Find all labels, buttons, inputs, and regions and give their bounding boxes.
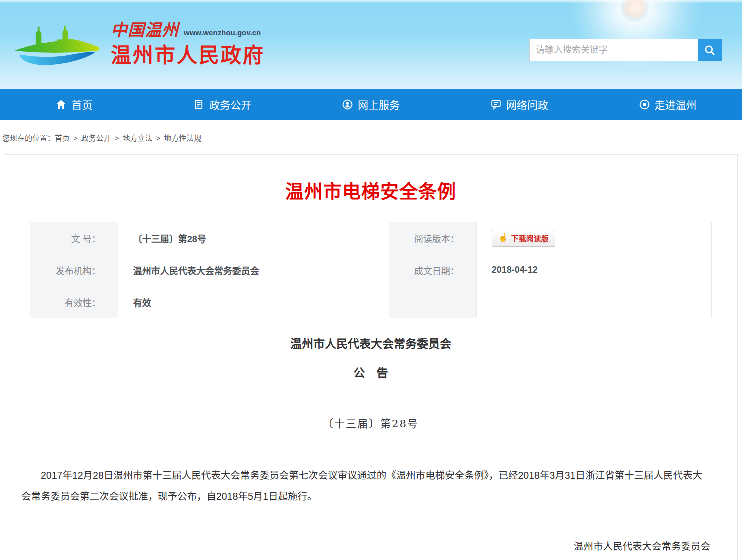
breadcrumb-item-local-legislation[interactable]: 地方立法 [123,134,153,142]
document-meta-table: 文 号： 〔十三届〕第28号 阅读版本： ☝ 下载阅读版 发布机构： 温州市人民… [30,222,712,318]
empty-value-cell [476,286,712,318]
validity-value: 有效 [118,286,389,318]
announcement-paragraph: 2017年12月28日温州市第十三届人民代表大会常务委员会第七次会议审议通过的《… [4,466,738,508]
breadcrumb-prefix: 您现在的位置： [2,134,55,142]
document-icon [194,99,205,110]
breadcrumb-item-gov-affairs[interactable]: 政务公开 [82,134,112,142]
read-version-label: 阅读版本： [390,222,476,254]
page-title: 温州市电梯安全条例 [4,177,738,204]
nav-item-home[interactable]: 首页 [0,89,148,120]
site-url-text: www.wenzhou.gov.cn [184,28,261,38]
nav-item-public-inquiry[interactable]: 网络问政 [445,89,594,120]
site-header: 中国温州 www.wenzhou.gov.cn 温州市人民政府 [0,0,742,89]
breadcrumb-item-current: 地方性法规 [164,134,202,142]
pointing-hand-icon: ☝ [498,234,508,242]
search-button[interactable] [698,39,722,62]
article-container: 温州市电梯安全条例 文 号： 〔十三届〕第28号 阅读版本： ☝ 下载阅读版 发… [4,154,738,560]
chat-bubble-icon [490,99,502,110]
home-icon [56,99,67,110]
site-logo[interactable]: 中国温州 www.wenzhou.gov.cn 温州市人民政府 [12,17,267,75]
validity-label: 有效性： [30,286,118,318]
breadcrumb-separator: > [115,134,120,142]
search-icon [704,44,716,56]
download-button-label: 下载阅读版 [512,233,549,244]
empty-label-cell [390,286,476,318]
signature-org: 温州市人民代表大会常务委员会 [4,538,738,553]
nav-item-label: 政务公开 [210,97,252,112]
nav-item-label: 首页 [72,97,92,112]
nav-item-online-services[interactable]: 网上服务 [297,89,446,120]
breadcrumb: 您现在的位置：首页>政务公开>地方立法>地方性法规 [0,120,742,154]
sun-flare-decoration [621,0,649,22]
date-value: 2018-04-12 [476,254,712,286]
publisher-value: 温州市人民代表大会常务委员会 [118,254,389,286]
table-row: 发布机构： 温州市人民代表大会常务委员会 成文日期： 2018-04-12 [30,254,712,286]
doc-number-line: 〔十三届〕第28号 [4,416,738,430]
doc-number-label: 文 号： [30,222,118,254]
main-nav: 首页 政务公开 网上服务 网络问政 [0,89,742,120]
notice-heading: 公 告 [4,364,738,380]
read-version-cell: ☝ 下载阅读版 [476,222,712,254]
wenzhou-landscape-logo-icon [12,17,103,75]
nav-item-label: 网络问政 [506,97,548,112]
breadcrumb-separator: > [156,134,161,142]
nav-item-label: 走进温州 [655,97,697,112]
logo-text-block: 中国温州 www.wenzhou.gov.cn 温州市人民政府 [111,17,267,67]
table-row: 文 号： 〔十三届〕第28号 阅读版本： ☝ 下载阅读版 [30,222,712,254]
date-label: 成文日期： [390,254,476,286]
site-name-text: 温州市人民政府 [111,44,267,67]
nav-item-gov-affairs[interactable]: 政务公开 [148,89,297,120]
table-row: 有效性： 有效 [30,286,712,318]
breadcrumb-item-home[interactable]: 首页 [55,134,70,142]
brand-script-text: 中国温州 [111,22,179,38]
issuing-org-heading: 温州市人民代表大会常务委员会 [4,334,738,352]
nav-item-about-wenzhou[interactable]: 走进温州 [594,89,742,120]
publisher-label: 发布机构： [30,254,118,286]
nav-item-label: 网上服务 [358,97,400,112]
doc-number-value: 〔十三届〕第28号 [118,222,389,254]
target-icon [639,99,650,110]
download-read-version-button[interactable]: ☝ 下载阅读版 [492,230,556,247]
search-input[interactable] [530,39,698,62]
search-box [530,39,722,62]
breadcrumb-separator: > [74,134,78,142]
service-headset-icon [342,99,354,110]
